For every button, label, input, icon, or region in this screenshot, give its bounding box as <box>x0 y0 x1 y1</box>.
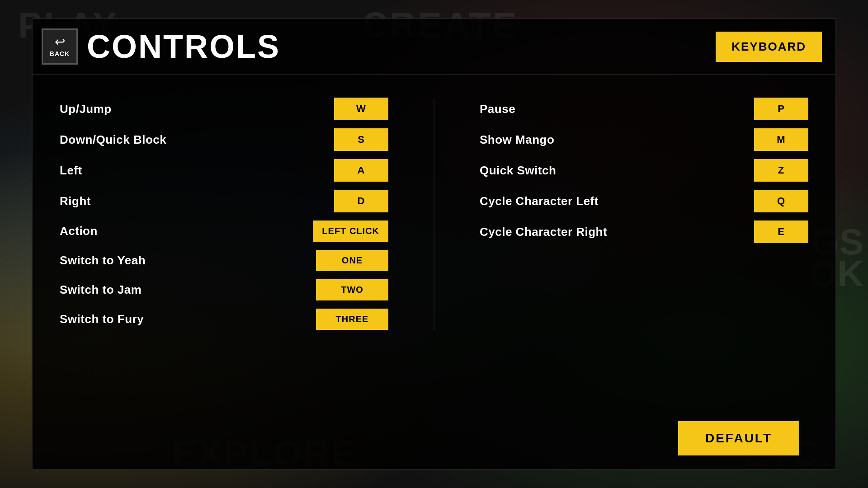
control-label: Switch to Yeah <box>60 253 146 267</box>
header: ↩ BACK CONTROLS KEYBOARD <box>33 19 835 75</box>
key-button[interactable]: M <box>754 128 808 151</box>
key-button[interactable]: ONE <box>316 250 388 271</box>
control-row: RightD <box>60 190 388 212</box>
control-row: Cycle Character RightE <box>480 221 808 243</box>
control-label: Pause <box>480 102 515 116</box>
control-label: Down/Quick Block <box>60 133 166 147</box>
control-row: Down/Quick BlockS <box>60 128 388 151</box>
back-button[interactable]: ↩ BACK <box>42 28 78 65</box>
key-button[interactable]: D <box>334 190 388 212</box>
control-label: Up/Jump <box>60 102 112 116</box>
key-button[interactable]: P <box>754 98 808 120</box>
key-button[interactable]: S <box>334 128 388 151</box>
page-title: CONTROLS <box>87 28 280 65</box>
control-row: Up/JumpW <box>60 98 388 120</box>
control-label: Cycle Character Left <box>480 194 599 208</box>
key-button[interactable]: LEFT CLICK <box>313 221 388 242</box>
key-button[interactable]: E <box>754 221 808 243</box>
control-row: Switch to JamTWO <box>60 279 388 300</box>
control-row: Switch to FuryTHREE <box>60 309 388 330</box>
control-label: Switch to Fury <box>60 312 144 326</box>
control-row: Cycle Character LeftQ <box>480 190 808 212</box>
control-label: Quick Switch <box>480 164 556 178</box>
key-button[interactable]: Q <box>754 190 808 212</box>
back-arrow-icon: ↩ <box>55 36 65 48</box>
control-label: Show Mango <box>480 133 554 147</box>
back-label: BACK <box>50 50 70 57</box>
control-row: LeftA <box>60 159 388 182</box>
key-button[interactable]: W <box>334 98 388 120</box>
key-button[interactable]: THREE <box>316 309 388 330</box>
main-panel: ↩ BACK CONTROLS KEYBOARD Up/JumpWDown/Qu… <box>32 18 836 470</box>
left-controls-column: Up/JumpWDown/Quick BlockSLeftARightDActi… <box>60 98 388 330</box>
control-row: Switch to YeahONE <box>60 250 388 271</box>
default-button[interactable]: DEFAULT <box>678 421 799 455</box>
control-row: Quick SwitchZ <box>480 159 808 182</box>
key-button[interactable]: Z <box>754 159 808 182</box>
control-row: PauseP <box>480 98 808 120</box>
controls-content: Up/JumpWDown/Quick BlockSLeftARightDActi… <box>33 75 835 352</box>
control-label: Action <box>60 224 98 238</box>
key-button[interactable]: A <box>334 159 388 182</box>
control-row: Show MangoM <box>480 128 808 151</box>
control-label: Switch to Jam <box>60 283 142 297</box>
control-label: Right <box>60 194 91 208</box>
header-left: ↩ BACK CONTROLS <box>42 28 280 65</box>
keyboard-button[interactable]: KEYBOARD <box>716 32 822 62</box>
column-divider <box>434 98 434 330</box>
control-label: Left <box>60 164 82 178</box>
control-label: Cycle Character Right <box>480 225 607 239</box>
right-controls-column: PausePShow MangoMQuick SwitchZCycle Char… <box>480 98 808 330</box>
key-button[interactable]: TWO <box>316 279 388 300</box>
control-row: ActionLEFT CLICK <box>60 221 388 242</box>
